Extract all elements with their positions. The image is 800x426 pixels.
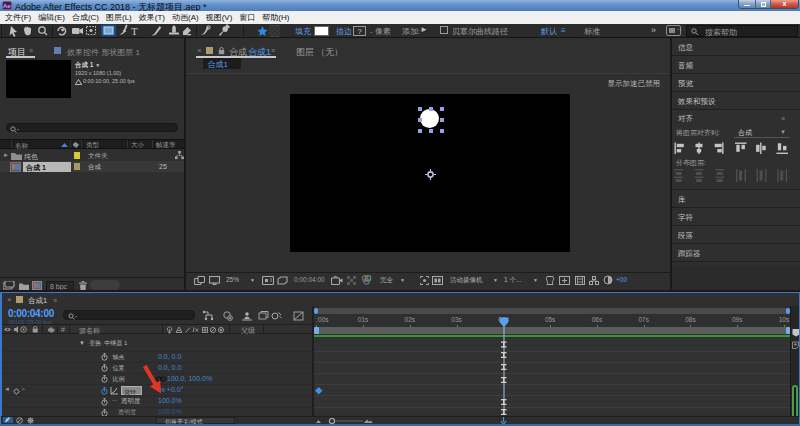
svg-text:T: T bbox=[131, 25, 138, 37]
